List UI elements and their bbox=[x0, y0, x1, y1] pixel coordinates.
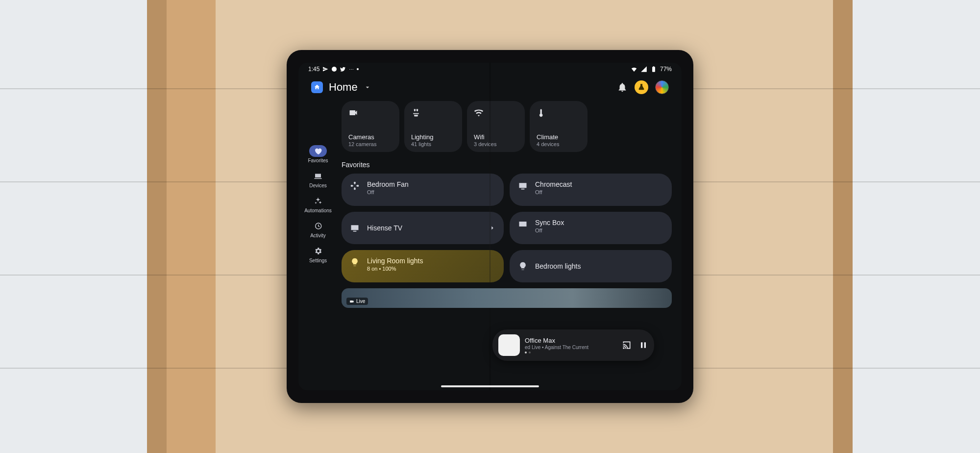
page-title[interactable]: Home bbox=[329, 81, 358, 94]
heart-icon bbox=[314, 147, 322, 155]
box-icon bbox=[518, 219, 528, 229]
device-sync-box[interactable]: Sync Box Off bbox=[510, 212, 672, 244]
sidebar-item-settings[interactable]: Settings bbox=[309, 245, 327, 263]
battery-icon bbox=[650, 66, 657, 73]
tv-icon bbox=[518, 181, 528, 191]
category-label: Lighting bbox=[411, 133, 455, 141]
bulb-icon bbox=[350, 257, 360, 267]
bell-icon[interactable] bbox=[617, 82, 628, 93]
sidebar-item-label: Favorites bbox=[308, 158, 328, 163]
clock: 1:45 bbox=[308, 66, 319, 73]
track-title: Office Max bbox=[525, 337, 588, 344]
category-sub: 41 lights bbox=[411, 141, 455, 147]
lighting-icon bbox=[411, 108, 421, 118]
sparkle-icon bbox=[314, 197, 322, 205]
sidebar-item-label: Settings bbox=[309, 258, 327, 263]
send-icon bbox=[322, 66, 328, 72]
labs-badge[interactable] bbox=[635, 80, 648, 94]
device-status: 8 on • 100% bbox=[367, 266, 423, 272]
device-name: Living Room lights bbox=[367, 257, 423, 265]
device-name: Bedroom Fan bbox=[367, 180, 409, 188]
category-sub: 3 devices bbox=[474, 141, 518, 147]
pause-icon[interactable] bbox=[638, 340, 648, 350]
battery-percent: 77% bbox=[660, 66, 672, 73]
sidebar-item-automations[interactable]: Automations bbox=[304, 195, 332, 213]
twitter-icon bbox=[340, 66, 346, 72]
camera-icon bbox=[349, 299, 354, 304]
player-dots bbox=[525, 352, 588, 353]
category-label: Cameras bbox=[348, 133, 392, 141]
camera-feed[interactable]: Live bbox=[342, 288, 672, 308]
signal-icon bbox=[640, 66, 647, 73]
device-status: Off bbox=[535, 227, 564, 233]
sidebar-item-label: Devices bbox=[309, 183, 327, 188]
device-bedroom-fan[interactable]: Bedroom Fan Off bbox=[342, 174, 504, 206]
home-logo bbox=[311, 81, 323, 93]
category-label: Climate bbox=[537, 133, 581, 141]
tv-icon bbox=[350, 223, 360, 233]
devices-icon bbox=[314, 172, 322, 180]
bulb-icon bbox=[518, 261, 528, 271]
category-cameras[interactable]: Cameras 12 cameras bbox=[342, 101, 399, 152]
media-player[interactable]: Office Max ed Live • Against The Current bbox=[492, 329, 654, 361]
section-favorites-title: Favorites bbox=[342, 161, 672, 169]
category-sub: 4 devices bbox=[537, 141, 581, 147]
home-indicator[interactable] bbox=[441, 385, 539, 387]
device-name: Chromecast bbox=[535, 180, 572, 188]
category-sub: 12 cameras bbox=[348, 141, 392, 147]
thermometer-icon bbox=[537, 108, 546, 118]
fan-icon bbox=[350, 181, 360, 191]
flask-icon bbox=[637, 83, 645, 91]
gear-icon bbox=[314, 247, 322, 255]
cast-icon[interactable] bbox=[622, 340, 632, 350]
device-status: Off bbox=[367, 189, 409, 195]
sidebar-item-label: Activity bbox=[310, 233, 326, 238]
device-hisense-tv[interactable]: Hisense TV bbox=[342, 212, 504, 244]
chevron-down-icon[interactable] bbox=[364, 83, 371, 91]
reddit-icon bbox=[331, 66, 337, 72]
device-status: Off bbox=[535, 189, 572, 195]
sidebar-item-devices[interactable]: Devices bbox=[309, 170, 327, 188]
avatar[interactable] bbox=[655, 80, 669, 94]
album-art bbox=[498, 334, 520, 356]
history-icon bbox=[314, 222, 322, 230]
sidebar-item-activity[interactable]: Activity bbox=[309, 220, 327, 238]
device-name: Sync Box bbox=[535, 219, 564, 226]
track-subtitle: ed Live • Against The Current bbox=[525, 345, 588, 350]
device-name: Bedroom lights bbox=[535, 262, 581, 270]
device-chromecast[interactable]: Chromecast Off bbox=[510, 174, 672, 206]
device-living-room-lights[interactable]: Living Room lights 8 on • 100% bbox=[342, 250, 504, 282]
device-name: Hisense TV bbox=[367, 224, 402, 232]
category-climate[interactable]: Climate 4 devices bbox=[530, 101, 588, 152]
category-label: Wifi bbox=[474, 133, 518, 141]
category-lighting[interactable]: Lighting 41 lights bbox=[404, 101, 462, 152]
svg-point-0 bbox=[332, 67, 337, 72]
device-frame: 1:45 ⋯ 77% Home bbox=[287, 50, 693, 403]
camera-icon bbox=[348, 108, 358, 118]
wifi-icon bbox=[474, 108, 484, 118]
wifi-icon bbox=[631, 66, 637, 73]
sidebar: Favorites Devices Automations Activity S… bbox=[298, 100, 338, 385]
device-bedroom-lights[interactable]: Bedroom lights bbox=[510, 250, 672, 282]
category-wifi[interactable]: Wifi 3 devices bbox=[467, 101, 525, 152]
sidebar-item-label: Automations bbox=[304, 208, 332, 213]
live-badge: Live bbox=[346, 298, 368, 305]
sidebar-item-favorites[interactable]: Favorites bbox=[308, 145, 328, 163]
